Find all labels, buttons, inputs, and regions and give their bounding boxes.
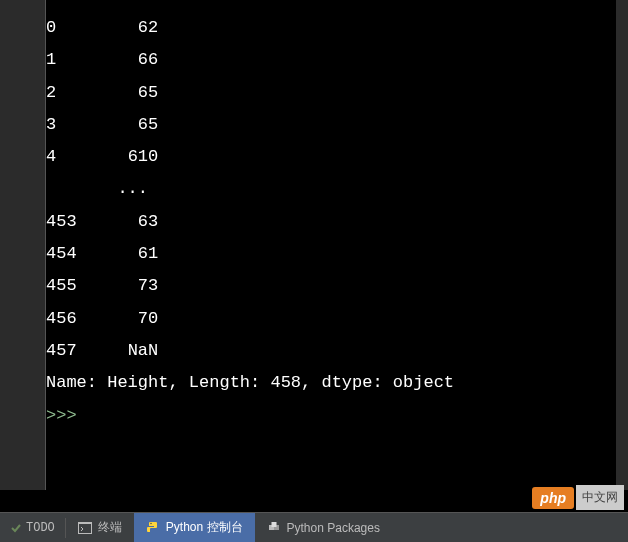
tab-label: Python 控制台	[166, 519, 243, 536]
series-summary: Name: Height, Length: 458, dtype: object	[46, 367, 628, 399]
packages-icon	[267, 521, 281, 535]
row-value: 63	[138, 212, 158, 231]
svg-rect-5	[271, 522, 276, 527]
terminal-icon	[78, 522, 92, 534]
row-value: 70	[138, 309, 158, 328]
tab-label: TODO	[26, 521, 55, 535]
cn-badge: 中文网	[576, 485, 624, 510]
series-row: 453 63	[46, 206, 628, 238]
editor-gutter	[0, 0, 46, 490]
python-prompt[interactable]: >>>	[46, 400, 628, 432]
tool-window-bar: TODO 终端 Python 控制台 Python Packages	[0, 512, 628, 542]
row-index: 453	[46, 212, 77, 231]
series-row: 456 70	[46, 303, 628, 335]
series-row: 0 62	[46, 12, 628, 44]
tab-python-console[interactable]: Python 控制台	[134, 513, 255, 542]
main-container: 0 62 1 66 2 65 3 65 4 610 ... 453 63 454…	[0, 0, 628, 490]
python-icon	[146, 521, 160, 535]
series-row: 457 NaN	[46, 335, 628, 367]
series-row: 1 66	[46, 44, 628, 76]
python-console-output[interactable]: 0 62 1 66 2 65 3 65 4 610 ... 453 63 454…	[46, 0, 628, 490]
tab-python-packages[interactable]: Python Packages	[255, 513, 392, 542]
row-index: 1	[46, 50, 56, 69]
series-row: 4 610	[46, 141, 628, 173]
row-value: 62	[138, 18, 158, 37]
row-value: 610	[128, 147, 159, 166]
row-index: 457	[46, 341, 77, 360]
php-logo-badge: php	[532, 487, 574, 509]
series-row: 454 61	[46, 238, 628, 270]
row-value: 61	[138, 244, 158, 263]
row-index: 0	[46, 18, 56, 37]
watermark: php 中文网	[532, 485, 624, 510]
series-row: 455 73	[46, 270, 628, 302]
row-index: 455	[46, 276, 77, 295]
row-value: 65	[138, 83, 158, 102]
tab-label: 终端	[98, 519, 122, 536]
row-value: NaN	[128, 341, 159, 360]
series-row: 2 65	[46, 77, 628, 109]
check-icon	[10, 522, 22, 534]
tab-label: Python Packages	[287, 521, 380, 535]
row-value: ...	[117, 179, 158, 198]
row-index: 2	[46, 83, 56, 102]
row-value: 73	[138, 276, 158, 295]
scrollbar[interactable]	[616, 0, 628, 490]
series-ellipsis: ...	[46, 173, 628, 205]
row-index: 454	[46, 244, 77, 263]
svg-point-2	[150, 522, 151, 523]
row-value: 65	[138, 115, 158, 134]
series-row: 3 65	[46, 109, 628, 141]
row-index: 456	[46, 309, 77, 328]
tab-todo[interactable]: TODO	[0, 521, 65, 535]
tab-terminal[interactable]: 终端	[66, 513, 134, 542]
svg-rect-1	[79, 524, 91, 533]
row-index: 3	[46, 115, 56, 134]
row-index: 4	[46, 147, 56, 166]
row-value: 66	[138, 50, 158, 69]
